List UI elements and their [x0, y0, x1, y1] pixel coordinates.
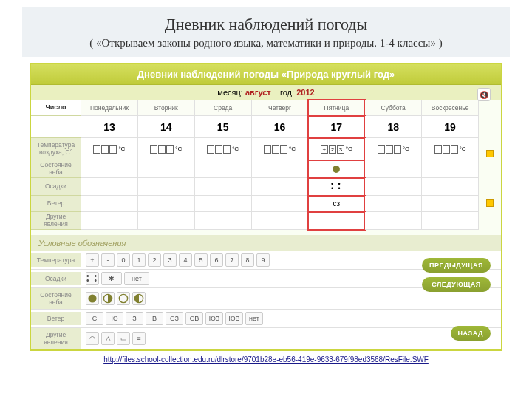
precip-cell[interactable]: • •• •	[308, 178, 365, 196]
temp-symbol-button[interactable]: -	[101, 253, 115, 267]
wind-cell[interactable]	[195, 196, 252, 212]
precip-cell[interactable]	[252, 178, 309, 196]
precip-cell[interactable]	[81, 178, 138, 196]
temp-symbol-button[interactable]: 1	[132, 253, 146, 267]
other-cell[interactable]	[308, 212, 365, 230]
month-value[interactable]: август	[245, 88, 271, 97]
sky-mostly[interactable]	[101, 292, 115, 305]
temp-cell[interactable]: °C	[365, 138, 422, 160]
year-label: год:	[280, 88, 294, 97]
day-header[interactable]: Пятница	[308, 100, 365, 116]
temp-cell[interactable]: °C	[195, 138, 252, 160]
sky-cell[interactable]	[195, 160, 252, 178]
precip-cell[interactable]	[422, 178, 479, 196]
precip-cell[interactable]	[138, 178, 195, 196]
precip-cell[interactable]	[365, 178, 422, 196]
prev-button[interactable]: ПРЕДЫДУЩАЯ	[422, 258, 491, 273]
data-grid: ПонедельникВторникСредаЧетвергПятницаСуб…	[81, 100, 479, 235]
other-cell[interactable]	[81, 212, 138, 230]
day-number[interactable]: 18	[365, 116, 422, 138]
other-cell[interactable]	[195, 212, 252, 230]
day-header[interactable]: Понедельник	[81, 100, 138, 116]
wind-cell[interactable]	[138, 196, 195, 212]
day-number[interactable]: 19	[422, 116, 479, 138]
day-header[interactable]: Четверг	[252, 100, 309, 116]
legend-temp-label: Температура	[31, 253, 81, 267]
precip-none[interactable]: нет	[124, 272, 149, 285]
temp-cell[interactable]: °C	[138, 138, 195, 160]
day-number[interactable]: 13	[81, 116, 138, 138]
precip-cell[interactable]	[195, 178, 252, 196]
wind-dir-button[interactable]: З	[126, 312, 143, 325]
slide-title: Дневник наблюдений погоды	[37, 15, 495, 34]
temp-symbol-button[interactable]: 4	[179, 253, 192, 267]
wind-dir-button[interactable]: Ю	[106, 312, 123, 325]
legend-marker-1	[486, 150, 494, 157]
day-header[interactable]: Воскресенье	[422, 100, 479, 116]
temp-symbol-button[interactable]: 3	[163, 253, 177, 267]
wind-cell[interactable]	[365, 196, 422, 212]
sky-cell[interactable]	[81, 160, 138, 178]
temp-symbol-button[interactable]: 5	[194, 253, 208, 267]
next-button[interactable]: СЛЕДУЮЩАЯ	[422, 277, 491, 292]
month-bar: месяц: август год: 2012	[31, 85, 501, 100]
day-number[interactable]: 16	[252, 116, 309, 138]
legend-title: Условные обозначения	[31, 235, 501, 251]
other-fog[interactable]: ≡	[132, 332, 146, 345]
day-number[interactable]: 14	[138, 116, 195, 138]
wind-cell[interactable]: сз	[308, 196, 365, 212]
other-cell[interactable]	[138, 212, 195, 230]
sky-cell[interactable]	[422, 160, 479, 178]
back-button[interactable]: НАЗАД	[451, 326, 491, 341]
sky-cell[interactable]	[252, 160, 309, 178]
temp-symbol-button[interactable]: 9	[256, 253, 270, 267]
wind-cell[interactable]	[81, 196, 138, 212]
wind-cell[interactable]	[252, 196, 309, 212]
sky-cell[interactable]	[365, 160, 422, 178]
temp-symbol-button[interactable]: 6	[210, 253, 223, 267]
other-frost[interactable]: △	[101, 332, 115, 345]
wind-dir-button[interactable]: ЮВ	[225, 312, 243, 325]
mute-button[interactable]: 🔇	[477, 88, 491, 101]
sky-cell[interactable]	[308, 160, 365, 178]
temp-cell[interactable]: °C	[422, 138, 479, 160]
temp-symbol-button[interactable]: 7	[225, 253, 239, 267]
temp-symbol-button[interactable]: 8	[241, 253, 254, 267]
sky-cell[interactable]	[138, 160, 195, 178]
sky-half[interactable]	[132, 292, 146, 305]
row-label-other: Другие явления	[31, 212, 81, 230]
precip-dots[interactable]: • •• •	[86, 272, 99, 285]
wind-dir-button[interactable]: ЮЗ	[205, 312, 223, 325]
wind-dir-button[interactable]: С	[86, 312, 103, 325]
day-header[interactable]: Вторник	[138, 100, 195, 116]
sky-full[interactable]	[86, 292, 99, 305]
precip-snow[interactable]: ✱	[101, 272, 122, 285]
legend-sky-label: Состояние неба	[31, 288, 81, 309]
sky-clear[interactable]	[117, 292, 130, 305]
wind-dir-button[interactable]: нет	[245, 312, 263, 325]
temp-cell[interactable]: °C	[252, 138, 309, 160]
temp-symbol-button[interactable]: 0	[117, 253, 130, 267]
day-header[interactable]: Суббота	[365, 100, 422, 116]
day-header[interactable]: Среда	[195, 100, 252, 116]
day-number[interactable]: 15	[195, 116, 252, 138]
month-label: месяц:	[217, 88, 243, 97]
wind-dir-button[interactable]: СЗ	[166, 312, 183, 325]
day-number[interactable]: 17	[308, 116, 365, 138]
legend-wind-label: Ветер	[31, 312, 81, 325]
other-rainbow[interactable]: ◠	[86, 332, 99, 345]
slide-subtitle: ( «Открываем законы родного языка, матем…	[37, 37, 495, 50]
source-link-anchor[interactable]: http://files.school-collection.edu.ru/dl…	[103, 355, 429, 364]
other-hail[interactable]: ▭	[117, 332, 130, 345]
year-value[interactable]: 2012	[296, 88, 314, 97]
temp-symbol-button[interactable]: 2	[148, 253, 161, 267]
other-cell[interactable]	[365, 212, 422, 230]
other-cell[interactable]	[252, 212, 309, 230]
wind-cell[interactable]	[422, 196, 479, 212]
temp-symbol-button[interactable]: +	[86, 253, 99, 267]
temp-cell[interactable]: +23°C	[308, 138, 365, 160]
wind-dir-button[interactable]: СВ	[185, 312, 203, 325]
other-cell[interactable]	[422, 212, 479, 230]
temp-cell[interactable]: °C	[81, 138, 138, 160]
wind-dir-button[interactable]: В	[146, 312, 163, 325]
